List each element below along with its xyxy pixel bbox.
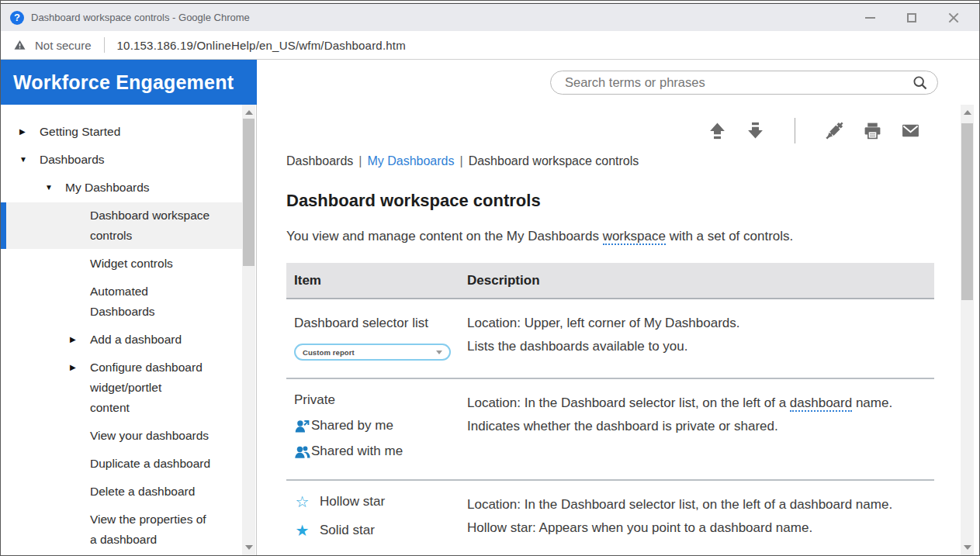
shared-by-me-label: Shared by me (311, 416, 393, 436)
close-button[interactable] (948, 12, 959, 23)
expand-arrow-icon[interactable]: ▶ (19, 122, 40, 142)
sidebar-item[interactable]: Automated Dashboards (1, 278, 243, 325)
shared-by-me-item: Shared by me (294, 416, 467, 436)
shared-with-me-item: Shared with me (294, 441, 467, 461)
sidebar-item-label: My Dashboards (65, 178, 154, 198)
toolbar-separator (795, 118, 795, 143)
page-title: Dashboard workspace controls (286, 191, 934, 211)
workspace-popup-link[interactable]: workspace (603, 229, 666, 245)
expand-arrow-icon[interactable]: ▶ (70, 357, 90, 378)
row3-desc-line2: Hollow star: Appears when you point to a… (467, 518, 911, 538)
intro-text-after: with a set of controls. (666, 229, 793, 243)
no-expander (70, 509, 90, 530)
dashboard-selector-dropdown: Custom report (294, 344, 451, 361)
sidebar-item[interactable]: Widget controls (1, 250, 243, 277)
shared-with-me-label: Shared with me (311, 441, 403, 461)
brand-title: Workforce Engagement (1, 60, 257, 105)
address-separator (104, 37, 105, 53)
sidebar-item[interactable]: ▶Add a dashboard (1, 326, 243, 353)
expand-arrow-icon[interactable]: ▶ (70, 330, 90, 350)
main-content: Dashboards|My Dashboards|Dashboard works… (257, 105, 979, 555)
sidebar-item-label: Automated Dashboards (90, 281, 160, 322)
row2-desc-before: Location: In the Dashboard selector list… (467, 395, 790, 410)
sidebar-item[interactable]: ▶Configure dashboard widget/portlet cont… (1, 354, 243, 421)
scroll-down-icon[interactable] (245, 545, 253, 550)
sidebar-item-label: Delete a dashboard (90, 482, 199, 502)
table-header-row: Item Description (286, 263, 934, 299)
private-item: Private (294, 390, 467, 410)
sidebar-item[interactable]: Duplicate a dashboard (1, 451, 243, 477)
not-secure-warning-icon (13, 39, 26, 51)
intro-paragraph: You view and manage content on the My Da… (286, 227, 934, 246)
scroll-up-icon[interactable] (964, 110, 971, 115)
help-favicon-icon (10, 11, 24, 25)
main-scrollbar-thumb[interactable] (961, 123, 973, 300)
row1-desc-line1: Location: Upper, left corner of My Dashb… (467, 313, 911, 333)
row1-desc-line2: Lists the dashboards available to you. (467, 337, 911, 357)
topic-toolbar (257, 120, 920, 140)
intro-text-before: You view and manage content on the My Da… (286, 229, 603, 243)
maximize-button[interactable] (906, 12, 917, 23)
sidebar-item-label: View your dashboards (90, 426, 213, 446)
search-zone (257, 60, 979, 105)
next-topic-icon[interactable] (746, 121, 765, 140)
private-label: Private (294, 390, 335, 410)
hollow-star-label: Hollow star (320, 492, 385, 512)
sidebar-item-label: Duplicate a dashboard (90, 454, 215, 474)
article: Dashboards|My Dashboards|Dashboard works… (286, 154, 934, 555)
controls-table: Item Description Dashboard selector list… (286, 263, 934, 555)
minimize-button[interactable] (864, 12, 875, 23)
table-row: ☆ Hollow star ★ Solid star Location: In … (286, 481, 934, 555)
row3-desc-line1: Location: In the Dashboard selector list… (467, 495, 911, 515)
no-expander (70, 254, 90, 274)
row2-desc-line1: Location: In the Dashboard selector list… (467, 393, 911, 413)
hollow-star-item: ☆ Hollow star (294, 492, 467, 512)
sidebar-item[interactable]: ▼Dashboards (1, 147, 243, 173)
dashboard-popup-link[interactable]: dashboard (790, 395, 852, 412)
browser-window: Dashboard workspace controls - Google Ch… (0, 0, 980, 556)
sidebar-item[interactable]: ▶Getting Started (1, 119, 243, 145)
table-row: Private Shared by me (286, 379, 934, 481)
shared-with-me-icon (294, 444, 310, 460)
breadcrumb-separator: | (353, 154, 367, 167)
sidebar-item[interactable]: View your dashboards (1, 423, 243, 449)
collapse-arrow-icon[interactable]: ▼ (19, 150, 40, 170)
app-body: ▶Getting Started▼Dashboards▼My Dashboard… (1, 105, 979, 555)
collapse-arrow-icon[interactable]: ▼ (45, 178, 65, 198)
security-label[interactable]: Not secure (35, 39, 92, 52)
no-expander (70, 205, 90, 226)
print-icon[interactable] (863, 121, 882, 140)
search-box[interactable] (550, 71, 938, 95)
sidebar-scrollbar-thumb[interactable] (243, 119, 255, 266)
row2-desc-after: name. (852, 395, 892, 410)
sidebar-item[interactable]: View the properties of a dashboard (1, 506, 243, 553)
email-icon[interactable] (901, 121, 920, 140)
breadcrumb-item: Dashboard workspace controls (469, 154, 639, 167)
row1-item-label: Dashboard selector list (294, 313, 467, 333)
column-header-description: Description (467, 273, 934, 288)
solid-star-item: ★ Solid star (294, 520, 467, 540)
no-expander (70, 454, 90, 474)
sidebar-item[interactable]: Dashboard workspace controls (1, 202, 243, 249)
previous-topic-icon[interactable] (708, 121, 727, 140)
remove-highlights-icon[interactable] (825, 121, 844, 140)
sidebar-item-label: Add a dashboard (90, 330, 186, 350)
sidebar-item[interactable]: Delete a dashboard (1, 478, 243, 505)
no-expander (70, 482, 90, 502)
breadcrumb-link[interactable]: My Dashboards (367, 154, 454, 167)
main-scrollbar[interactable] (961, 105, 974, 555)
window-title: Dashboard workspace controls - Google Ch… (31, 12, 864, 23)
sidebar-item-label: Widget controls (90, 254, 178, 274)
scroll-up-icon[interactable] (245, 110, 253, 115)
search-input[interactable] (565, 75, 912, 90)
sidebar-scrollbar[interactable] (242, 105, 255, 555)
search-icon[interactable] (912, 74, 928, 91)
app-header: Workforce Engagement (1, 60, 979, 105)
url-text[interactable]: 10.153.186.19/OnlineHelp/en_US/wfm/Dashb… (117, 39, 406, 52)
sidebar-item[interactable]: ▼My Dashboards (1, 174, 243, 201)
address-bar[interactable]: Not secure 10.153.186.19/OnlineHelp/en_U… (1, 31, 979, 60)
scroll-down-icon[interactable] (964, 545, 971, 550)
maximize-icon (907, 13, 916, 22)
hollow-star-icon: ☆ (294, 492, 310, 512)
no-expander (70, 426, 90, 446)
